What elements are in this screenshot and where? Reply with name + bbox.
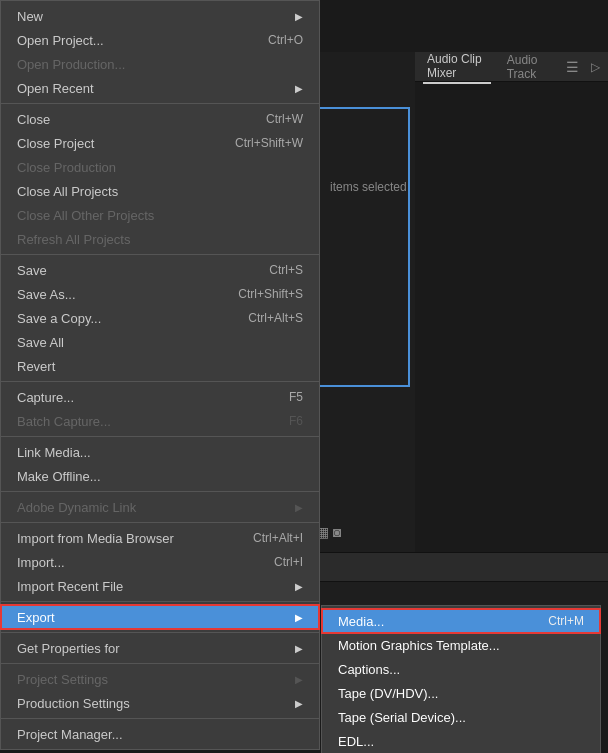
sep-9 (1, 663, 319, 664)
sep-2 (1, 254, 319, 255)
menu-save-copy[interactable]: Save a Copy... Ctrl+Alt+S (1, 306, 319, 330)
menu-project-manager[interactable]: Project Manager... (1, 722, 319, 746)
pin-icon[interactable]: ◙ (333, 524, 341, 540)
export-captions[interactable]: Captions... (322, 657, 600, 681)
export-submenu: Media... Ctrl+M Motion Graphics Template… (321, 605, 601, 753)
menu-import-recent[interactable]: Import Recent File ▶ (1, 574, 319, 598)
menu-save-as[interactable]: Save As... Ctrl+Shift+S (1, 282, 319, 306)
sep-8 (1, 632, 319, 633)
audio-clip-mixer-tab[interactable]: Audio Clip Mixer (423, 50, 491, 84)
menu-save-all[interactable]: Save All (1, 330, 319, 354)
sep-3 (1, 381, 319, 382)
sep-5 (1, 491, 319, 492)
export-tape-serial[interactable]: Tape (Serial Device)... (322, 705, 600, 729)
sep-6 (1, 522, 319, 523)
menu-capture[interactable]: Capture... F5 (1, 385, 319, 409)
sep-1 (1, 103, 319, 104)
panel-menu-icon[interactable]: ☰ (566, 59, 579, 75)
export-media[interactable]: Media... Ctrl+M (322, 609, 600, 633)
file-menu-dropdown: New ▶ Open Project... Ctrl+O Open Produc… (0, 0, 320, 750)
menu-dynamic-link: Adobe Dynamic Link ▶ (1, 495, 319, 519)
menu-close-all-other: Close All Other Projects (1, 203, 319, 227)
export-tape-dv[interactable]: Tape (DV/HDV)... (322, 681, 600, 705)
menu-link-media[interactable]: Link Media... (1, 440, 319, 464)
menu-import-media-browser[interactable]: Import from Media Browser Ctrl+Alt+I (1, 526, 319, 550)
menu-close-production: Close Production (1, 155, 319, 179)
menu-new[interactable]: New ▶ (1, 4, 319, 28)
export-motion-graphics[interactable]: Motion Graphics Template... (322, 633, 600, 657)
audio-track-tab[interactable]: Audio Track (503, 51, 554, 83)
sep-10 (1, 718, 319, 719)
menu-project-settings: Project Settings ▶ (1, 667, 319, 691)
right-panel: Audio Clip Mixer Audio Track ☰ ▷ (415, 52, 608, 552)
sep-7 (1, 601, 319, 602)
menu-open-production: Open Production... (1, 52, 319, 76)
right-panel-header: Audio Clip Mixer Audio Track ☰ ▷ (415, 52, 608, 82)
panel-expand-icon[interactable]: ▷ (591, 60, 600, 74)
menu-close-project[interactable]: Close Project Ctrl+Shift+W (1, 131, 319, 155)
menu-close-all-projects[interactable]: Close All Projects (1, 179, 319, 203)
menu-batch-capture: Batch Capture... F6 (1, 409, 319, 433)
menu-open-project[interactable]: Open Project... Ctrl+O (1, 28, 319, 52)
sep-4 (1, 436, 319, 437)
menu-production-settings[interactable]: Production Settings ▶ (1, 691, 319, 715)
menu-export[interactable]: Export ▶ Media... Ctrl+M Motion Graphics… (1, 605, 319, 629)
export-edl[interactable]: EDL... (322, 729, 600, 753)
menu-import[interactable]: Import... Ctrl+I (1, 550, 319, 574)
menu-close[interactable]: Close Ctrl+W (1, 107, 319, 131)
menu-refresh-all: Refresh All Projects (1, 227, 319, 251)
selection-box (310, 107, 410, 387)
menu-make-offline[interactable]: Make Offline... (1, 464, 319, 488)
menu-save[interactable]: Save Ctrl+S (1, 258, 319, 282)
menu-revert[interactable]: Revert (1, 354, 319, 378)
menu-open-recent[interactable]: Open Recent ▶ (1, 76, 319, 100)
menu-get-properties[interactable]: Get Properties for ▶ (1, 636, 319, 660)
